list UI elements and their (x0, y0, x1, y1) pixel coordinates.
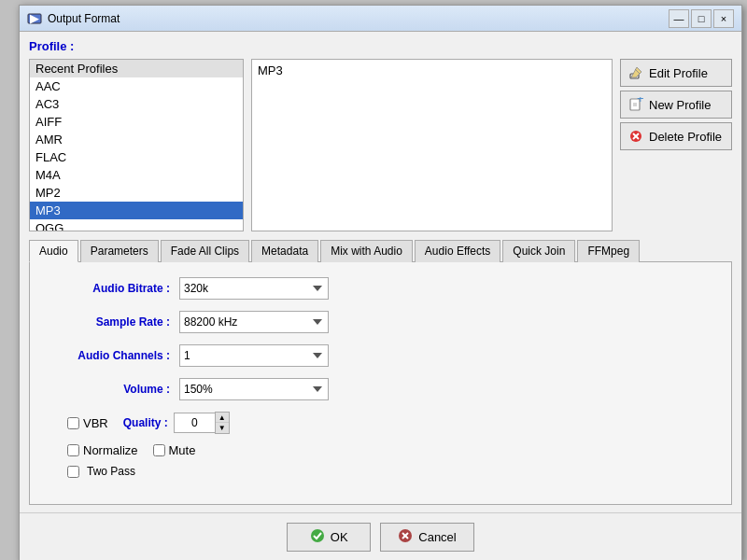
profile-list-item[interactable]: M4A (30, 166, 243, 184)
bitrate-row: Audio Bitrate : 64k128k192k256k320k (49, 277, 712, 300)
minimize-button[interactable]: — (669, 9, 689, 28)
normalize-mute-row: Normalize Mute (67, 443, 712, 457)
profile-list-item[interactable]: MP2 (30, 184, 243, 202)
profile-list-item[interactable]: AMR (30, 131, 243, 148)
main-content: Profile : Recent ProfilesAACAC3AIFFAMRFL… (20, 32, 741, 512)
profile-list-item[interactable]: AC3 (30, 95, 243, 113)
mute-checkbox[interactable] (153, 444, 165, 456)
volume-row: Volume : 50%75%100%125%150%200% (49, 378, 712, 400)
svg-point-12 (311, 529, 324, 542)
profile-list[interactable]: Recent ProfilesAACAC3AIFFAMRFLACM4AMP2MP… (30, 60, 243, 231)
ok-button[interactable]: OK (287, 523, 371, 552)
svg-text:▶: ▶ (30, 11, 39, 25)
new-profile-button[interactable]: + New Profile (620, 91, 732, 119)
edit-icon (628, 65, 643, 80)
tabs-bar: AudioParametersFade All ClipsMetadataMix… (29, 239, 732, 262)
window-icon: ▶ (27, 11, 42, 26)
tab-quick-join[interactable]: Quick Join (502, 240, 575, 262)
volume-label: Volume : (49, 383, 179, 396)
profile-list-item[interactable]: Recent Profiles (30, 60, 243, 77)
profile-buttons: Edit Profile + New Profile Delete Profil… (620, 59, 732, 231)
window-controls: — □ × (669, 9, 734, 28)
samplerate-label: Sample Rate : (49, 315, 179, 329)
profile-label: Profile : (29, 39, 732, 53)
delete-profile-button[interactable]: Delete Profile (620, 122, 732, 150)
two-pass-label: Two Pass (87, 465, 135, 478)
profile-list-container: Recent ProfilesAACAC3AIFFAMRFLACM4AMP2MP… (29, 59, 244, 231)
tab-metadata[interactable]: Metadata (251, 240, 318, 262)
two-pass-checkbox[interactable] (67, 466, 79, 478)
cancel-button[interactable]: Cancel (380, 523, 473, 552)
profile-selected-value: MP3 (258, 63, 283, 77)
delete-icon (628, 129, 643, 144)
mute-container: Mute (153, 443, 196, 457)
bitrate-label: Audio Bitrate : (49, 282, 179, 295)
samplerate-row: Sample Rate : 44100 kHz48000 kHz88200 kH… (49, 311, 712, 333)
tab-audio[interactable]: Audio (29, 240, 78, 262)
normalize-container: Normalize (67, 443, 138, 457)
spin-up-button[interactable]: ▲ (216, 413, 229, 423)
channels-label: Audio Channels : (49, 349, 179, 362)
profile-row: Recent ProfilesAACAC3AIFFAMRFLACM4AMP2MP… (29, 59, 732, 231)
vbr-quality-row: VBR Quality : ▲ ▼ (67, 412, 712, 434)
profile-value-box: MP3 (251, 59, 613, 231)
channels-select[interactable]: 1246 (179, 344, 329, 367)
svg-text:+: + (637, 97, 643, 105)
profile-list-item[interactable]: AIFF (30, 113, 243, 131)
profile-list-item[interactable]: AAC (30, 77, 243, 95)
delete-profile-label: Delete Profile (649, 130, 722, 144)
profile-list-item[interactable]: MP3 (30, 202, 243, 219)
ok-icon (310, 528, 325, 546)
quality-input[interactable] (174, 413, 215, 433)
tab-audio-effects[interactable]: Audio Effects (415, 240, 501, 262)
profile-list-item[interactable]: OGG (30, 219, 243, 231)
channels-row: Audio Channels : 1246 (49, 344, 712, 367)
spin-buttons: ▲ ▼ (215, 412, 230, 434)
maximize-button[interactable]: □ (691, 9, 712, 28)
tab-parameters[interactable]: Parameters (80, 240, 159, 262)
profile-list-item[interactable]: FLAC (30, 148, 243, 166)
tab-ffmpeg[interactable]: FFMpeg (577, 240, 640, 262)
normalize-label: Normalize (83, 443, 138, 457)
output-format-window: ▶ Output Format — □ × Profile : Recent P… (19, 5, 742, 560)
tab-mix-with-audio[interactable]: Mix with Audio (320, 240, 413, 262)
close-button[interactable]: × (713, 9, 734, 28)
tab-content-audio: Audio Bitrate : 64k128k192k256k320k Samp… (29, 262, 732, 505)
ok-label: OK (331, 530, 348, 544)
new-icon: + (628, 97, 643, 112)
title-bar: ▶ Output Format — □ × (20, 6, 741, 32)
tab-fade-all-clips[interactable]: Fade All Clips (161, 240, 249, 262)
window-title: Output Format (48, 12, 669, 25)
edit-profile-label: Edit Profile (649, 66, 708, 80)
samplerate-select[interactable]: 44100 kHz48000 kHz88200 kHz96000 kHz (179, 311, 329, 333)
volume-select[interactable]: 50%75%100%125%150%200% (179, 378, 329, 400)
new-profile-label: New Profile (649, 98, 711, 112)
vbr-checkbox-container: VBR (67, 416, 108, 430)
vbr-checkbox[interactable] (67, 417, 79, 429)
spin-down-button[interactable]: ▼ (216, 423, 229, 433)
mute-label: Mute (169, 443, 196, 457)
vbr-label: VBR (83, 416, 108, 430)
normalize-checkbox[interactable] (67, 444, 79, 456)
quality-label: Quality : (123, 416, 168, 429)
quality-spinbox: ▲ ▼ (174, 412, 230, 434)
two-pass-row: Two Pass (67, 465, 712, 478)
dialog-footer: OK Cancel (20, 512, 741, 560)
cancel-label: Cancel (418, 530, 456, 544)
cancel-icon (398, 528, 413, 546)
bitrate-select[interactable]: 64k128k192k256k320k (179, 277, 329, 300)
svg-marker-3 (631, 67, 641, 77)
edit-profile-button[interactable]: Edit Profile (620, 59, 732, 87)
